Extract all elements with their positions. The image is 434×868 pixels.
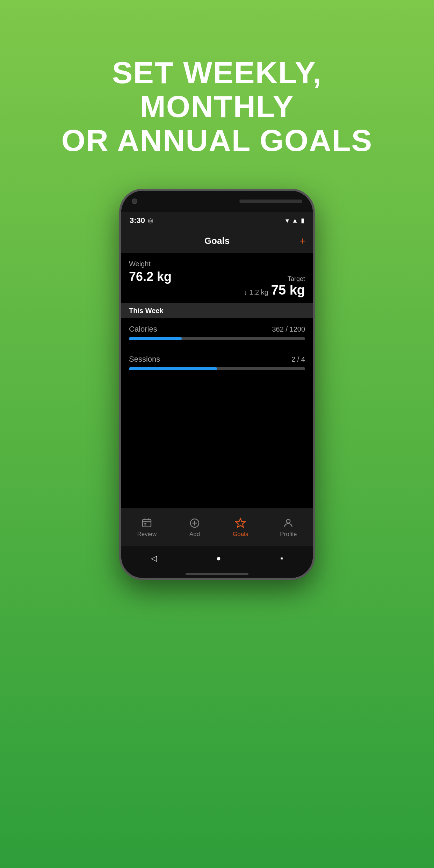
calories-progress-bg xyxy=(129,337,305,340)
side-button xyxy=(313,303,315,324)
sessions-section: Sessions 2 / 4 xyxy=(121,348,313,378)
weight-section: Weight 76.2 kg Target ↓ 1.2 kg 75 kg xyxy=(121,253,313,303)
goals-label: Goals xyxy=(233,531,248,538)
sessions-progress-fill xyxy=(129,367,217,370)
status-bar: 3:30 ◎ ▾ ▲ ▮ xyxy=(121,212,313,229)
weight-diff: ↓ 1.2 kg xyxy=(244,288,268,296)
weight-value: 76.2 kg xyxy=(129,269,172,284)
status-icon-dot: ◎ xyxy=(148,217,153,224)
wifi-icon: ▾ xyxy=(285,216,289,225)
weight-target: Target ↓ 1.2 kg 75 kg xyxy=(244,275,305,298)
app-header: Goals + xyxy=(121,229,313,253)
status-time: 3:30 xyxy=(130,216,145,225)
signal-icon: ▲ xyxy=(292,217,298,224)
battery-icon: ▮ xyxy=(301,217,304,224)
back-button[interactable]: ◁ xyxy=(151,554,157,563)
weight-row: 76.2 kg Target ↓ 1.2 kg 75 kg xyxy=(129,269,305,298)
app-content: Weight 76.2 kg Target ↓ 1.2 kg 75 kg Thi… xyxy=(121,253,313,508)
add-icon xyxy=(188,517,201,529)
speaker-bar xyxy=(239,200,302,203)
profile-label: Profile xyxy=(280,531,297,538)
recents-button[interactable]: ▪ xyxy=(280,554,283,563)
goals-icon xyxy=(234,517,247,529)
phone-screen: 3:30 ◎ ▾ ▲ ▮ Goals + Weight 76.2 kg Ta xyxy=(119,189,315,580)
empty-space xyxy=(121,378,313,508)
review-icon xyxy=(140,517,153,529)
status-icons: ▾ ▲ ▮ xyxy=(285,216,304,225)
add-label: Add xyxy=(189,531,200,538)
sessions-row: Sessions 2 / 4 xyxy=(129,355,305,364)
calories-value: 362 / 1200 xyxy=(272,325,305,333)
app-title: Goals xyxy=(204,236,230,246)
headline: SET WEEKLY, MONTHLY OR ANNUAL GOALS xyxy=(21,56,413,157)
add-goal-button[interactable]: + xyxy=(299,235,306,247)
phone-device: 3:30 ◎ ▾ ▲ ▮ Goals + Weight 76.2 kg Ta xyxy=(119,189,315,580)
svg-point-10 xyxy=(287,519,290,523)
nav-item-review[interactable]: Review xyxy=(137,517,157,538)
nav-item-add[interactable]: Add xyxy=(188,517,201,538)
nav-item-goals[interactable]: Goals xyxy=(233,517,248,538)
calories-progress-fill xyxy=(129,337,182,340)
indicator-bar xyxy=(186,573,248,575)
sessions-value: 2 / 4 xyxy=(291,355,305,363)
sessions-label: Sessions xyxy=(129,355,160,364)
svg-rect-0 xyxy=(143,519,151,527)
sessions-progress-bg xyxy=(129,367,305,370)
this-week-header: This Week xyxy=(121,303,313,318)
page-heading: SET WEEKLY, MONTHLY OR ANNUAL GOALS xyxy=(0,28,434,157)
calories-section: Calories 362 / 1200 xyxy=(121,318,313,348)
camera-dot xyxy=(132,198,137,204)
calories-label: Calories xyxy=(129,325,157,334)
target-label: Target xyxy=(288,275,305,283)
headline-line2: OR ANNUAL GOALS xyxy=(42,124,392,158)
bottom-indicator xyxy=(121,571,313,578)
phone-notch xyxy=(121,191,313,212)
nav-item-profile[interactable]: Profile xyxy=(280,517,297,538)
home-button[interactable]: ● xyxy=(216,554,221,563)
headline-line1: SET WEEKLY, MONTHLY xyxy=(42,56,392,124)
calories-row: Calories 362 / 1200 xyxy=(129,325,305,334)
review-label: Review xyxy=(137,531,157,538)
bottom-nav: Review Add xyxy=(121,508,313,546)
android-nav: ◁ ● ▪ xyxy=(121,546,313,571)
profile-icon xyxy=(282,517,295,529)
target-value: 75 kg xyxy=(271,283,305,298)
target-row: ↓ 1.2 kg 75 kg xyxy=(244,283,305,298)
weight-label: Weight xyxy=(129,260,305,268)
svg-marker-9 xyxy=(236,519,245,527)
